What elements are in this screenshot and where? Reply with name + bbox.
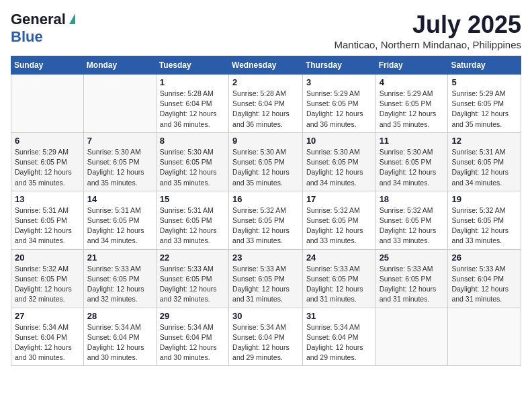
calendar-cell: 17Sunrise: 5:32 AMSunset: 6:05 PMDayligh… bbox=[302, 191, 375, 249]
calendar-cell: 1Sunrise: 5:28 AMSunset: 6:04 PMDaylight… bbox=[156, 75, 228, 133]
day-number: 7 bbox=[87, 136, 152, 146]
day-info: Sunrise: 5:28 AMSunset: 6:04 PMDaylight:… bbox=[160, 89, 225, 130]
logo: General Blue bbox=[11, 11, 75, 46]
day-number: 6 bbox=[15, 136, 80, 146]
day-number: 30 bbox=[232, 311, 299, 321]
day-info: Sunrise: 5:30 AMSunset: 6:05 PMDaylight:… bbox=[232, 147, 299, 188]
calendar-cell: 11Sunrise: 5:30 AMSunset: 6:05 PMDayligh… bbox=[375, 132, 448, 191]
day-number: 12 bbox=[451, 136, 517, 146]
day-info: Sunrise: 5:29 AMSunset: 6:05 PMDaylight:… bbox=[451, 89, 517, 130]
calendar-cell bbox=[11, 75, 84, 133]
calendar-table: SundayMondayTuesdayWednesdayThursdayFrid… bbox=[11, 56, 521, 366]
day-number: 25 bbox=[380, 253, 445, 263]
day-number: 5 bbox=[451, 77, 517, 87]
day-number: 26 bbox=[451, 253, 517, 263]
weekday-header-wednesday: Wednesday bbox=[229, 56, 303, 75]
weekday-header-saturday: Saturday bbox=[448, 56, 521, 75]
calendar-cell: 7Sunrise: 5:30 AMSunset: 6:05 PMDaylight… bbox=[83, 132, 156, 191]
calendar-cell: 9Sunrise: 5:30 AMSunset: 6:05 PMDaylight… bbox=[229, 132, 303, 191]
day-number: 15 bbox=[160, 194, 225, 204]
day-number: 8 bbox=[160, 136, 225, 146]
calendar-cell: 19Sunrise: 5:32 AMSunset: 6:05 PMDayligh… bbox=[448, 191, 521, 249]
day-info: Sunrise: 5:30 AMSunset: 6:05 PMDaylight:… bbox=[306, 147, 372, 188]
day-number: 2 bbox=[232, 77, 299, 87]
weekday-header-friday: Friday bbox=[375, 56, 448, 75]
calendar-cell: 3Sunrise: 5:29 AMSunset: 6:05 PMDaylight… bbox=[302, 75, 375, 133]
calendar-cell: 13Sunrise: 5:31 AMSunset: 6:05 PMDayligh… bbox=[11, 191, 84, 249]
day-info: Sunrise: 5:31 AMSunset: 6:05 PMDaylight:… bbox=[160, 205, 225, 246]
calendar-cell: 24Sunrise: 5:33 AMSunset: 6:05 PMDayligh… bbox=[302, 249, 375, 308]
calendar-cell bbox=[375, 308, 448, 366]
day-info: Sunrise: 5:30 AMSunset: 6:05 PMDaylight:… bbox=[87, 147, 152, 188]
day-number: 4 bbox=[380, 77, 445, 87]
day-number: 21 bbox=[87, 253, 152, 263]
calendar-cell: 10Sunrise: 5:30 AMSunset: 6:05 PMDayligh… bbox=[302, 132, 375, 191]
day-number: 1 bbox=[160, 77, 225, 87]
title-area: July 2025 Manticao, Northern Mindanao, P… bbox=[335, 11, 522, 50]
calendar-cell: 27Sunrise: 5:34 AMSunset: 6:04 PMDayligh… bbox=[11, 308, 84, 366]
day-info: Sunrise: 5:34 AMSunset: 6:04 PMDaylight:… bbox=[15, 322, 80, 363]
day-number: 13 bbox=[15, 194, 80, 204]
calendar-cell: 15Sunrise: 5:31 AMSunset: 6:05 PMDayligh… bbox=[156, 191, 228, 249]
calendar-cell: 23Sunrise: 5:33 AMSunset: 6:05 PMDayligh… bbox=[229, 249, 303, 308]
day-info: Sunrise: 5:29 AMSunset: 6:05 PMDaylight:… bbox=[15, 147, 80, 188]
day-number: 19 bbox=[451, 194, 517, 204]
logo-general: General bbox=[11, 11, 66, 28]
day-number: 24 bbox=[306, 253, 372, 263]
calendar-cell: 22Sunrise: 5:33 AMSunset: 6:05 PMDayligh… bbox=[156, 249, 228, 308]
day-info: Sunrise: 5:32 AMSunset: 6:05 PMDaylight:… bbox=[15, 264, 80, 305]
day-number: 16 bbox=[232, 194, 299, 204]
day-info: Sunrise: 5:34 AMSunset: 6:04 PMDaylight:… bbox=[160, 322, 225, 363]
weekday-header-sunday: Sunday bbox=[11, 56, 84, 75]
day-info: Sunrise: 5:33 AMSunset: 6:04 PMDaylight:… bbox=[451, 264, 517, 305]
day-number: 18 bbox=[380, 194, 445, 204]
day-number: 22 bbox=[160, 253, 225, 263]
day-info: Sunrise: 5:30 AMSunset: 6:05 PMDaylight:… bbox=[380, 147, 445, 188]
day-number: 10 bbox=[306, 136, 372, 146]
calendar-cell: 30Sunrise: 5:34 AMSunset: 6:04 PMDayligh… bbox=[229, 308, 303, 366]
day-number: 11 bbox=[380, 136, 445, 146]
day-info: Sunrise: 5:31 AMSunset: 6:05 PMDaylight:… bbox=[87, 205, 152, 246]
day-number: 27 bbox=[15, 311, 80, 321]
day-info: Sunrise: 5:31 AMSunset: 6:05 PMDaylight:… bbox=[451, 147, 517, 188]
calendar-cell: 4Sunrise: 5:29 AMSunset: 6:05 PMDaylight… bbox=[375, 75, 448, 133]
day-info: Sunrise: 5:33 AMSunset: 6:05 PMDaylight:… bbox=[306, 264, 372, 305]
calendar-cell: 12Sunrise: 5:31 AMSunset: 6:05 PMDayligh… bbox=[448, 132, 521, 191]
page-header: General Blue July 2025 Manticao, Norther… bbox=[11, 11, 521, 50]
day-info: Sunrise: 5:34 AMSunset: 6:04 PMDaylight:… bbox=[232, 322, 299, 363]
calendar-cell: 16Sunrise: 5:32 AMSunset: 6:05 PMDayligh… bbox=[229, 191, 303, 249]
day-number: 29 bbox=[160, 311, 225, 321]
day-info: Sunrise: 5:34 AMSunset: 6:04 PMDaylight:… bbox=[87, 322, 152, 363]
calendar-cell: 8Sunrise: 5:30 AMSunset: 6:05 PMDaylight… bbox=[156, 132, 228, 191]
day-info: Sunrise: 5:32 AMSunset: 6:05 PMDaylight:… bbox=[451, 205, 517, 246]
calendar-cell: 6Sunrise: 5:29 AMSunset: 6:05 PMDaylight… bbox=[11, 132, 84, 191]
day-number: 9 bbox=[232, 136, 299, 146]
calendar-cell bbox=[448, 308, 521, 366]
calendar-cell: 29Sunrise: 5:34 AMSunset: 6:04 PMDayligh… bbox=[156, 308, 228, 366]
calendar-cell: 18Sunrise: 5:32 AMSunset: 6:05 PMDayligh… bbox=[375, 191, 448, 249]
weekday-header-thursday: Thursday bbox=[302, 56, 375, 75]
day-info: Sunrise: 5:33 AMSunset: 6:05 PMDaylight:… bbox=[160, 264, 225, 305]
calendar-cell: 20Sunrise: 5:32 AMSunset: 6:05 PMDayligh… bbox=[11, 249, 84, 308]
day-info: Sunrise: 5:28 AMSunset: 6:04 PMDaylight:… bbox=[232, 89, 299, 130]
location-title: Manticao, Northern Mindanao, Philippines bbox=[335, 39, 522, 50]
weekday-header-tuesday: Tuesday bbox=[156, 56, 228, 75]
day-info: Sunrise: 5:33 AMSunset: 6:05 PMDaylight:… bbox=[87, 264, 152, 305]
calendar-cell: 28Sunrise: 5:34 AMSunset: 6:04 PMDayligh… bbox=[83, 308, 156, 366]
day-info: Sunrise: 5:29 AMSunset: 6:05 PMDaylight:… bbox=[380, 89, 445, 130]
day-info: Sunrise: 5:31 AMSunset: 6:05 PMDaylight:… bbox=[15, 205, 80, 246]
day-info: Sunrise: 5:32 AMSunset: 6:05 PMDaylight:… bbox=[306, 205, 372, 246]
day-info: Sunrise: 5:34 AMSunset: 6:04 PMDaylight:… bbox=[306, 322, 372, 363]
day-number: 31 bbox=[306, 311, 372, 321]
calendar-cell: 21Sunrise: 5:33 AMSunset: 6:05 PMDayligh… bbox=[83, 249, 156, 308]
day-number: 3 bbox=[306, 77, 372, 87]
calendar-cell: 2Sunrise: 5:28 AMSunset: 6:04 PMDaylight… bbox=[229, 75, 303, 133]
day-info: Sunrise: 5:33 AMSunset: 6:05 PMDaylight:… bbox=[232, 264, 299, 305]
day-info: Sunrise: 5:32 AMSunset: 6:05 PMDaylight:… bbox=[232, 205, 299, 246]
logo-blue: Blue bbox=[11, 28, 43, 46]
logo-triangle-icon bbox=[69, 13, 75, 24]
day-info: Sunrise: 5:32 AMSunset: 6:05 PMDaylight:… bbox=[380, 205, 445, 246]
day-number: 14 bbox=[87, 194, 152, 204]
day-info: Sunrise: 5:33 AMSunset: 6:05 PMDaylight:… bbox=[380, 264, 445, 305]
calendar-cell: 5Sunrise: 5:29 AMSunset: 6:05 PMDaylight… bbox=[448, 75, 521, 133]
